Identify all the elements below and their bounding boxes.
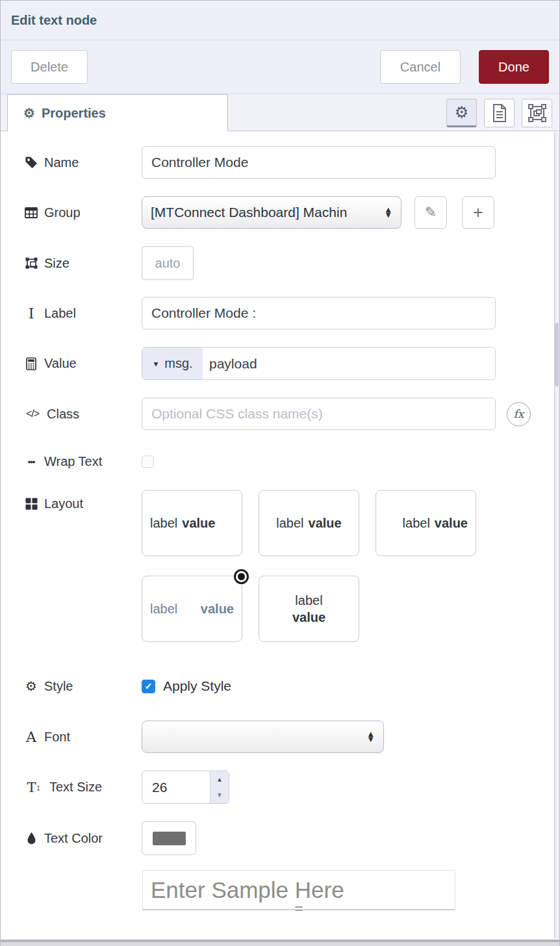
scrollbar-thumb[interactable] [555,323,559,387]
gear-icon: ⚙ [455,103,469,121]
grid-icon [24,498,38,510]
tab-buttons: ⚙ [439,99,552,127]
layout-option-label: label [295,593,322,608]
value-input[interactable] [203,348,495,379]
font-label: Font [44,730,70,745]
done-button[interactable]: Done [479,50,549,84]
calculator-icon [24,357,38,370]
layout-option-label: label [150,602,177,617]
stepper-up-button[interactable]: ▲ [210,771,229,787]
ibeam-icon: I [24,305,38,322]
layout-option-col-center[interactable]: label value [259,576,359,642]
font-select[interactable]: ▲▼ [142,721,384,753]
selected-radio-icon [234,569,249,584]
caret-down-icon: ▼ [152,360,159,368]
layout-option-label: label [403,516,430,531]
class-label: Class [47,407,79,422]
group-row: Group [MTConnect Dashboard] Machin ▲▼ ✎ … [24,196,559,229]
appearance-tab-button[interactable] [522,99,552,127]
value-type-selector[interactable]: ▼ msg. [142,348,203,379]
sample-text-input[interactable] [142,870,455,910]
layout-option-value: value [309,516,342,531]
layout-option-row-left[interactable]: label value [142,490,242,556]
name-input[interactable] [142,146,496,179]
size-row: Size auto [24,246,559,280]
value-row: Value ▼ msg. [24,347,559,380]
text-color-label: Text Color [44,831,103,846]
select-arrows-icon: ▲▼ [384,207,392,218]
layout-option-label: label [276,516,303,531]
label-label: Label [44,306,76,321]
description-tab-button[interactable] [484,99,515,127]
size-label-group: Size [24,256,142,271]
edit-group-button[interactable]: ✎ [414,196,447,229]
select-arrows-icon: ▲▼ [366,732,375,742]
layout-label-group: Layout [24,496,142,511]
gear-icon: ⚙ [24,678,38,694]
dialog-title: Edit text node [11,13,97,28]
dialog-bottom-edge [1,940,559,946]
layout-option-row-spread-selected[interactable]: label value [142,576,242,642]
class-label-group: </> Class [24,407,142,422]
sample-row [142,870,455,910]
text-size-stepper: ▲ ▼ [142,771,229,804]
style-row: ⚙ Style Apply Style [24,678,559,694]
name-label-group: Name [24,155,142,170]
layout-options: label value label value label value labe… [142,490,505,642]
name-row: Name [24,146,559,179]
text-color-button[interactable] [142,821,196,855]
color-swatch [153,832,186,845]
font-label-group: A Font [24,729,142,745]
value-type-label: msg. [164,356,192,371]
apply-style-checkbox[interactable] [142,680,155,693]
layout-option-value: value [435,516,468,531]
layout-label: Layout [44,496,83,511]
wrap-text-label-group: ••• Wrap Text [24,454,142,469]
wrap-text-checkbox[interactable] [142,455,154,468]
text-height-icon: T↕ [24,780,44,795]
droplet-icon [24,832,38,845]
class-row: </> Class fx [24,398,559,430]
stepper-down-button[interactable]: ▼ [210,787,229,804]
plus-icon: + [473,204,483,222]
style-label: Style [44,679,73,694]
document-icon [492,104,507,122]
add-group-button[interactable]: + [462,196,494,229]
apply-style-label: Apply Style [163,678,231,694]
label-input[interactable] [142,297,496,329]
layout-option-value: value [201,602,234,617]
value-typed-input: ▼ msg. [142,347,496,380]
cancel-button[interactable]: Cancel [380,50,461,84]
group-label-group: Group [24,205,142,220]
properties-tab-button[interactable]: ⚙ [446,99,477,127]
name-label: Name [44,155,79,170]
text-size-label-group: T↕ Text Size [24,780,142,795]
font-row: A Font ▲▼ [24,721,559,753]
stepper-buttons: ▲ ▼ [210,771,229,803]
layout-option-row-right[interactable]: label value [375,490,476,556]
text-size-input[interactable] [142,771,210,803]
scrollbar-track[interactable] [554,132,559,938]
properties-form: Name Group [MTConnect Dashboard] Machin … [1,131,559,910]
layout-option-row-center[interactable]: label value [259,490,359,556]
code-icon: </> [24,408,41,420]
ellipsis-icon: ••• [24,457,38,467]
class-input[interactable] [142,398,496,430]
layout-option-value: value [292,610,325,625]
delete-button[interactable]: Delete [11,50,88,84]
text-size-label: Text Size [49,780,102,795]
resize-grip[interactable] [296,906,303,911]
layout-option-value: value [182,516,215,531]
tab-properties[interactable]: ⚙ Properties [7,94,228,131]
size-auto-button[interactable]: auto [142,246,194,280]
group-select[interactable]: [MTConnect Dashboard] Machin ▲▼ [142,196,401,229]
text-size-row: T↕ Text Size ▲ ▼ [24,771,559,804]
fx-badge[interactable]: fx [507,402,531,426]
group-label: Group [44,205,81,220]
text-color-row: Text Color [24,821,559,855]
layout-option-label: label [150,516,177,531]
label-label-group: I Label [24,305,142,322]
gear-icon: ⚙ [23,105,35,121]
tab-bar: ⚙ Properties ⚙ [1,94,559,131]
tab-properties-label: Properties [42,106,106,121]
